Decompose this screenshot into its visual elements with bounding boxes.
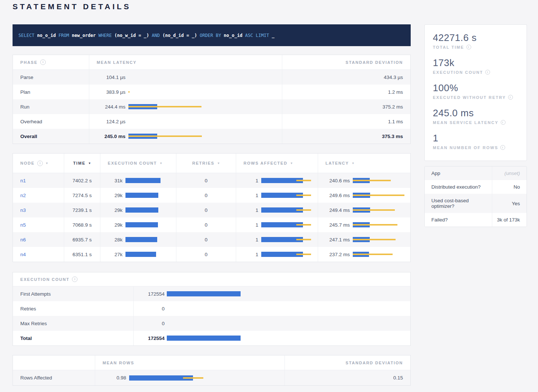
- execution-count-cell: 29k: [100, 188, 176, 203]
- bar-stddev-whisker: [296, 254, 311, 255]
- execution-count-column-header[interactable]: EXECUTION COUNT ▼: [100, 154, 176, 173]
- execution-count-cell: 27k: [100, 247, 176, 262]
- mean-latency-cell: 383.9 µs: [89, 85, 282, 99]
- mean-latency-value: 244.4 ms: [97, 104, 125, 110]
- rows-affected-bar: [261, 222, 318, 227]
- latency-cell: 240.6 ms: [318, 173, 410, 188]
- summary-stat: 173kEXECUTION COUNTi: [433, 57, 518, 75]
- sql-keyword: AND: [149, 33, 160, 38]
- rows-affected-bar: [261, 178, 318, 183]
- rows-affected-column-header[interactable]: ROWS AFFECTED ▼: [236, 154, 318, 173]
- std-dev-value: 1.2 ms: [388, 89, 403, 95]
- info-icon[interactable]: i: [508, 95, 513, 100]
- sort-caret-icon: ▼: [45, 162, 48, 165]
- detail-label: Distributed execution?: [425, 180, 492, 194]
- node-link[interactable]: n4: [20, 252, 26, 257]
- info-icon[interactable]: i: [37, 161, 43, 166]
- info-icon[interactable]: i: [485, 70, 490, 75]
- sort-caret-icon: ▼: [159, 162, 162, 165]
- info-icon[interactable]: i: [72, 276, 77, 282]
- node-cell: n6: [13, 232, 64, 247]
- row-label-cell: Rows Affected: [13, 370, 95, 385]
- node-row: n46351.1 s27k01237.2 ms: [13, 247, 410, 262]
- execution-count-row: Retries0: [13, 301, 410, 316]
- execution-count-bar: [125, 193, 176, 198]
- std-dev-cell: 1.2 ms: [282, 85, 410, 99]
- count-bar: [167, 321, 403, 326]
- empty-header-cell: [13, 355, 95, 370]
- rows-affected-cell: 1: [236, 232, 318, 247]
- node-link[interactable]: n3: [20, 207, 26, 213]
- latency-bar: [353, 178, 404, 183]
- node-table-header: NODE i ▼ TIME ▼ EXECUTION COUNT ▼ RETRIE…: [13, 154, 410, 173]
- rows-affected-value: 1: [239, 252, 258, 257]
- mean-rows-bar: [129, 375, 284, 381]
- summary-stats-card: 42271.6 sTOTAL TIMEi173kEXECUTION COUNTi…: [424, 24, 527, 161]
- execution-count-value: 29k: [103, 222, 123, 228]
- node-header-label: NODE: [20, 161, 35, 165]
- stat-label: MEAN NUMBER OF ROWSi: [433, 145, 518, 150]
- stat-value: 42271.6 s: [433, 32, 518, 44]
- sql-keyword: SELECT: [18, 33, 34, 38]
- std-dev-cell: 375.3 ms: [282, 129, 410, 144]
- time-value: 6935.7 s: [73, 237, 92, 243]
- count-value: 172554: [137, 291, 165, 297]
- summary-stat: 245.0 msMEAN SERVICE LATENCYi: [433, 107, 518, 125]
- node-column-header[interactable]: NODE i ▼: [13, 154, 64, 173]
- info-icon[interactable]: i: [500, 145, 505, 150]
- execution-count-value: 28k: [103, 237, 123, 243]
- info-icon[interactable]: i: [501, 120, 506, 125]
- node-link[interactable]: n6: [20, 237, 26, 243]
- retries-value: 0: [205, 207, 208, 213]
- std-dev-cell: 375.2 ms: [282, 99, 410, 114]
- info-icon[interactable]: i: [466, 45, 471, 49]
- execution-count-value: 27k: [103, 252, 123, 257]
- mean-latency-header-label: MEAN LATENCY: [97, 60, 137, 65]
- retries-column-header[interactable]: RETRIES ▼: [176, 154, 236, 173]
- mean-latency-cell: 124.2 µs: [89, 114, 282, 129]
- time-column-header[interactable]: TIME ▼: [64, 154, 100, 173]
- node-link[interactable]: n2: [20, 193, 26, 198]
- count-cell: 172554: [133, 286, 410, 301]
- count-cell: 0: [133, 316, 410, 331]
- mean-rows-header-label: MEAN ROWS: [103, 361, 134, 365]
- detail-label: App: [425, 166, 492, 180]
- count-cell: 0: [133, 301, 410, 316]
- node-link[interactable]: n1: [20, 178, 26, 183]
- statement-details-card: App(unset)Distributed execution?NoUsed c…: [424, 166, 527, 227]
- latency-column-header[interactable]: LATENCY ▼: [318, 154, 410, 173]
- bar-stddev-whisker: [296, 239, 311, 240]
- latency-cell: 249.4 ms: [318, 203, 410, 217]
- count-cell: 172554: [133, 331, 410, 345]
- execution-count-row: Max Retries0: [13, 316, 410, 331]
- phase-row: Plan383.9 µs1.2 ms: [13, 85, 410, 99]
- std-dev-header-cell: STANDARD DEVIATION: [282, 55, 410, 69]
- bar-stddev-whisker: [353, 224, 397, 226]
- info-icon[interactable]: i: [40, 59, 46, 65]
- execution-count-value: 29k: [103, 193, 123, 198]
- attempt-type-label: Retries: [20, 306, 36, 312]
- detail-label: Failed?: [425, 213, 492, 227]
- latency-value: 240.6 ms: [321, 178, 350, 183]
- mean-latency-bar: [128, 119, 282, 124]
- node-stats-table: NODE i ▼ TIME ▼ EXECUTION COUNT ▼ RETRIE…: [13, 153, 411, 262]
- mean-latency-value: 104.1 µs: [97, 75, 125, 80]
- time-cell: 7274.5 s: [64, 188, 100, 203]
- sql-identifier: no_o_id: [221, 33, 242, 38]
- detail-row: Distributed execution?No: [425, 180, 527, 194]
- node-link[interactable]: n5: [20, 222, 26, 228]
- phase-name-cell: Overhead: [13, 114, 89, 129]
- bar-mean-segment: [125, 252, 156, 257]
- retries-value: 0: [205, 193, 208, 198]
- row-label: Rows Affected: [20, 375, 52, 381]
- rows-affected-row: Rows Affected 0.98 0.15: [13, 370, 410, 385]
- time-header-label: TIME: [73, 161, 85, 165]
- std-dev-header-label: STANDARD DEVIATION: [346, 361, 403, 365]
- node-cell: n4: [13, 247, 64, 262]
- rows-affected-cell: 1: [236, 173, 318, 188]
- node-row: n27274.5 s29k01249.6 ms: [13, 188, 410, 203]
- sql-identifier: no_o_id: [34, 33, 56, 38]
- phase-name-cell: Plan: [13, 85, 89, 99]
- execution-count-table: EXECUTION COUNT i First Attempts172554Re…: [13, 272, 411, 346]
- time-cell: 7239.1 s: [64, 203, 100, 217]
